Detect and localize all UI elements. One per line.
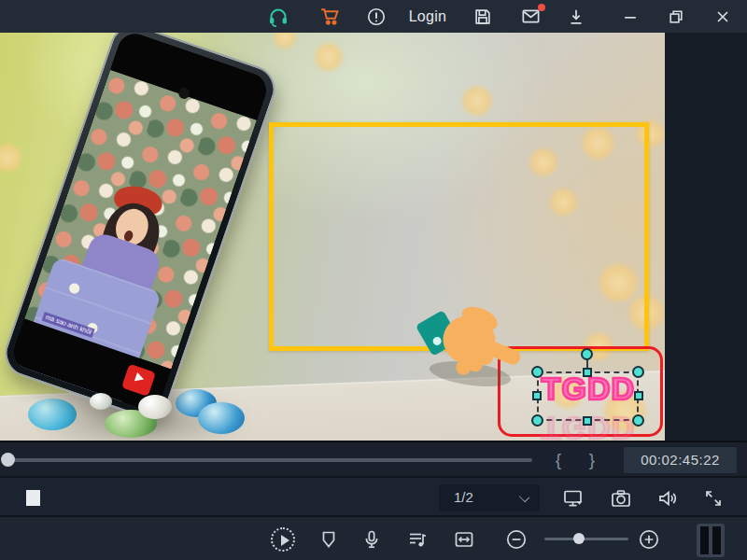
play-effect-icon[interactable] xyxy=(269,525,297,553)
pause-button[interactable] xyxy=(697,524,725,557)
floral-backdrop: mà sao anh khỏi xyxy=(24,70,257,370)
pause-bar xyxy=(700,526,709,554)
fullscreen-icon[interactable] xyxy=(700,485,726,511)
stop-button[interactable] xyxy=(26,490,40,506)
hand-pointer-icon xyxy=(409,292,540,395)
fit-width-icon[interactable] xyxy=(450,525,478,553)
speaker-icon[interactable] xyxy=(655,485,681,511)
recorder-app-window: Login xyxy=(0,0,747,560)
zoom-slider-thumb[interactable] xyxy=(573,533,585,544)
music-playlist-icon[interactable] xyxy=(403,525,431,553)
chevron-down-icon xyxy=(519,492,529,502)
glass-pebble xyxy=(90,393,112,410)
shield-icon[interactable] xyxy=(315,525,343,553)
glass-pebble xyxy=(138,395,172,419)
phone-screen: mà sao anh khỏi xyxy=(9,33,271,413)
page-select-dropdown[interactable]: 1/2 xyxy=(439,484,540,511)
bottom-toolbar xyxy=(0,515,747,560)
download-icon[interactable] xyxy=(564,0,588,33)
close-button[interactable] xyxy=(711,0,735,33)
minimize-button[interactable] xyxy=(619,0,641,33)
zoom-out-icon[interactable] xyxy=(502,525,530,553)
selection-handle-ne[interactable] xyxy=(632,366,644,378)
restore-button[interactable] xyxy=(664,0,688,33)
trim-start-button[interactable]: { xyxy=(547,448,570,472)
pause-bar xyxy=(712,526,721,554)
login-button[interactable]: Login xyxy=(404,0,451,33)
mail-icon[interactable] xyxy=(518,0,543,33)
display-select-icon[interactable] xyxy=(560,485,586,511)
seek-thumb[interactable] xyxy=(1,453,15,467)
mail-badge xyxy=(538,4,545,11)
bokeh-light xyxy=(273,33,297,49)
headset-icon[interactable] xyxy=(266,0,290,33)
trim-end-button[interactable]: } xyxy=(581,448,603,472)
timecode-display: 00:02:45:22 xyxy=(624,447,737,473)
glass-pebble xyxy=(28,399,77,430)
bokeh-light xyxy=(0,143,22,173)
selection-handle-sw[interactable] xyxy=(531,414,543,427)
bokeh-light xyxy=(314,42,344,72)
zoom-slider-track[interactable] xyxy=(544,538,628,540)
timeline-row: { } 00:02:45:22 xyxy=(0,441,747,476)
video-channel-logo xyxy=(121,364,156,397)
seek-track[interactable] xyxy=(7,458,532,462)
controls-row: 1/2 xyxy=(0,476,747,515)
phone-device: mà sao anh khỏi xyxy=(0,33,281,424)
selection-handle-n[interactable] xyxy=(583,368,592,377)
info-icon[interactable] xyxy=(364,0,388,33)
screenshot-camera-icon[interactable] xyxy=(608,485,634,511)
cart-icon[interactable] xyxy=(317,0,342,33)
selection-handle-e[interactable] xyxy=(634,391,643,400)
save-icon[interactable] xyxy=(471,0,495,33)
glass-pebble xyxy=(198,402,245,434)
selection-handle-se[interactable] xyxy=(632,414,644,427)
title-bar: Login xyxy=(0,0,747,33)
zoom-in-icon[interactable] xyxy=(635,525,663,553)
bokeh-light xyxy=(461,85,493,117)
rotation-handle[interactable] xyxy=(581,348,593,360)
video-preview: mà sao anh khỏi TGDD TGDD xyxy=(0,33,665,441)
selection-handle-s[interactable] xyxy=(583,416,592,426)
page-indicator: 1/2 xyxy=(454,489,473,505)
microphone-icon[interactable] xyxy=(358,525,386,553)
